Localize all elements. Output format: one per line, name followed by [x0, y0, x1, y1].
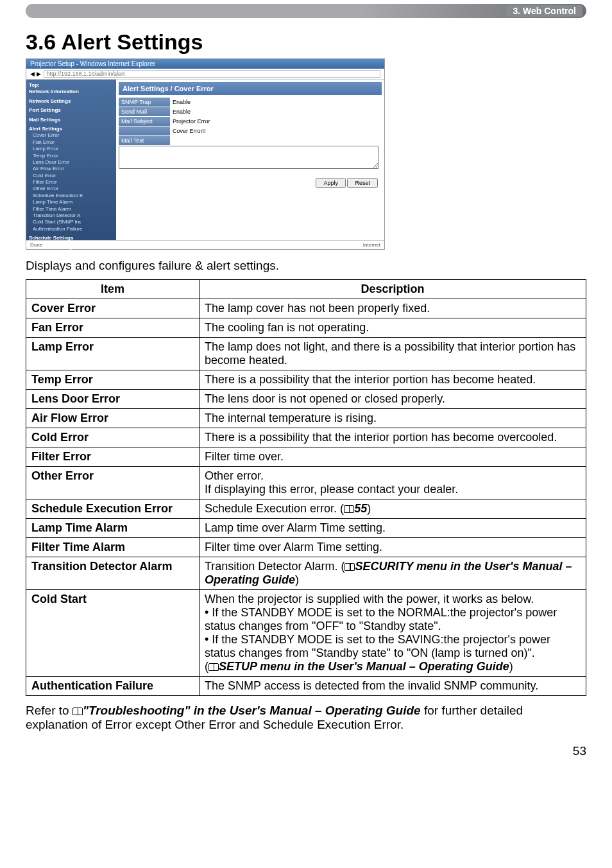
screenshot-sidebar: Top:Network Information Network Settings… — [26, 80, 116, 240]
reference-note: Refer to "Troubleshooting" in the User's… — [26, 704, 586, 732]
screenshot-apply-button[interactable]: Apply — [316, 178, 346, 188]
header-chip: 3. Web Control — [506, 5, 582, 17]
table-row: Lamp Time AlarmLamp time over Alarm Time… — [26, 519, 586, 538]
table-item: Fan Error — [26, 318, 200, 338]
book-icon — [72, 707, 83, 715]
table-item: Authentication Failure — [26, 677, 200, 696]
table-desc: Lamp time over Alarm Time setting. — [200, 519, 586, 538]
table-desc: The lamp does not light, and there is a … — [200, 338, 586, 370]
table-item: Air Flow Error — [26, 409, 200, 428]
page-number: 53 — [26, 744, 586, 758]
table-row: Schedule Execution ErrorSchedule Executi… — [26, 499, 586, 519]
table-row: Fan ErrorThe cooling fan is not operatin… — [26, 318, 586, 338]
lead-text: Displays and configures failure & alert … — [26, 259, 586, 273]
table-row: Authentication FailureThe SNMP access is… — [26, 677, 586, 696]
table-row: Cover ErrorThe lamp cover has not been p… — [26, 299, 586, 318]
table-item: Lens Door Error — [26, 390, 200, 409]
table-desc: Filter time over Alarm Time setting. — [200, 538, 586, 557]
table-row: Lamp ErrorThe lamp does not light, and t… — [26, 338, 586, 370]
table-desc: The lens door is not opened or closed pr… — [200, 390, 586, 409]
screenshot: Projector Setup - Windows Internet Explo… — [26, 58, 385, 250]
screenshot-status-right: Internet — [363, 242, 380, 248]
table-row: Temp ErrorThere is a possibility that th… — [26, 370, 586, 390]
table-desc: There is a possibility that the interior… — [200, 428, 586, 447]
page-title: 3.6 Alert Settings — [26, 30, 586, 55]
table-item: Cold Error — [26, 428, 200, 447]
table-item: Lamp Error — [26, 338, 200, 370]
screenshot-url: http://192.168.1.10/admin/alert — [44, 70, 380, 78]
book-icon — [208, 663, 219, 671]
table-row: Filter Time AlarmFilter time over Alarm … — [26, 538, 586, 557]
screenshot-titlebar: Projector Setup - Windows Internet Explo… — [26, 59, 384, 69]
table-desc: Other error.If displaying this error, pl… — [200, 467, 586, 499]
table-item: Cold Start — [26, 590, 200, 677]
table-desc: The cooling fan is not operating. — [200, 318, 586, 338]
table-item: Schedule Execution Error — [26, 499, 200, 519]
table-desc: When the projector is supplied with the … — [200, 590, 586, 677]
table-desc: Schedule Execution error. (55) — [200, 499, 586, 519]
table-desc: The SNMP access is detected from the inv… — [200, 677, 586, 696]
screenshot-status-left: Done — [30, 242, 42, 248]
table-row: Lens Door ErrorThe lens door is not open… — [26, 390, 586, 409]
table-row: Cold StartWhen the projector is supplied… — [26, 590, 586, 677]
table-row: Other ErrorOther error.If displaying thi… — [26, 467, 586, 499]
table-desc: There is a possibility that the interior… — [200, 370, 586, 390]
table-desc: Filter time over. — [200, 447, 586, 467]
table-item: Transition Detector Alarm — [26, 557, 200, 590]
table-row: Air Flow ErrorThe internal temperature i… — [26, 409, 586, 428]
table-item: Lamp Time Alarm — [26, 519, 200, 538]
table-row: Filter ErrorFilter time over. — [26, 447, 586, 467]
table-head-item: Item — [26, 280, 200, 299]
spec-table: Item Description Cover ErrorThe lamp cov… — [26, 279, 586, 696]
screenshot-urlbar: ◀ ▶http://192.168.1.10/admin/alert — [26, 69, 384, 80]
table-row: Transition Detector AlarmTransition Dete… — [26, 557, 586, 590]
table-desc: Transition Detector Alarm. (SECURITY men… — [200, 557, 586, 590]
table-item: Temp Error — [26, 370, 200, 390]
screenshot-main: Alert Settings / Cover Error SNMP TrapEn… — [116, 80, 384, 240]
header-bar: 3. Web Control — [26, 4, 586, 18]
table-item: Other Error — [26, 467, 200, 499]
screenshot-mail-text[interactable] — [119, 146, 379, 169]
book-icon — [344, 563, 355, 571]
table-item: Cover Error — [26, 299, 200, 318]
table-item: Filter Error — [26, 447, 200, 467]
table-desc: The internal temperature is rising. — [200, 409, 586, 428]
table-item: Filter Time Alarm — [26, 538, 200, 557]
screenshot-panel-title: Alert Settings / Cover Error — [119, 82, 382, 95]
table-head-desc: Description — [200, 280, 586, 299]
table-row: Cold ErrorThere is a possibility that th… — [26, 428, 586, 447]
book-icon — [344, 505, 354, 513]
table-desc: The lamp cover has not been properly fix… — [200, 299, 586, 318]
screenshot-reset-button[interactable]: Reset — [347, 178, 378, 188]
